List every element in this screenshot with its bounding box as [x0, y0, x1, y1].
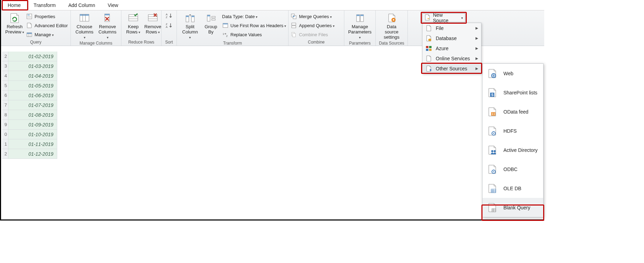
- row-number: 2: [2, 52, 8, 61]
- table-row[interactable]: 901-09-2019: [2, 120, 57, 130]
- remove-rows-icon: [147, 13, 158, 24]
- sharepoint-icon: S: [487, 88, 497, 98]
- submenu-oledb[interactable]: OLE DB: [482, 179, 543, 198]
- svg-text:1: 1: [223, 32, 224, 36]
- group-label-reduce-rows: Reduce Rows: [121, 39, 161, 46]
- svg-point-48: [393, 19, 394, 21]
- row-number: 5: [2, 81, 8, 90]
- manage-parameters-button[interactable]: Manage Parameters: [346, 12, 373, 40]
- svg-rect-61: [494, 114, 495, 115]
- table-row[interactable]: 201-02-2019: [2, 52, 57, 61]
- table-row[interactable]: 401-04-2019: [2, 71, 57, 81]
- submenu-odbc[interactable]: ODBC: [482, 160, 543, 179]
- use-first-row-button[interactable]: Use First Row as Headers: [222, 22, 286, 29]
- menu-online-services[interactable]: Online Services▶: [422, 53, 481, 63]
- tab-home[interactable]: Home: [1, 0, 27, 10]
- svg-rect-60: [492, 114, 493, 115]
- table-row[interactable]: 101-11-2019: [2, 139, 57, 149]
- submenu-web[interactable]: Web: [482, 64, 543, 83]
- cell-date: 01-06-2019: [8, 91, 57, 100]
- choose-columns-icon: [79, 13, 90, 24]
- sort-asc-button[interactable]: AZ: [166, 13, 173, 20]
- properties-button[interactable]: Properties: [26, 13, 68, 20]
- svg-point-64: [491, 150, 493, 152]
- table-row[interactable]: 501-05-2019: [2, 81, 57, 91]
- data-source-settings-button[interactable]: Data source settings: [378, 12, 405, 40]
- svg-rect-5: [27, 33, 32, 34]
- merge-queries-button[interactable]: Merge Queries: [291, 13, 335, 20]
- oledb-icon: [487, 184, 497, 193]
- svg-rect-9: [80, 14, 89, 16]
- menu-other-sources[interactable]: Other Sources▶: [422, 63, 481, 74]
- table-row[interactable]: 601-06-2019: [2, 91, 57, 100]
- new-source-button[interactable]: New Source: [422, 13, 465, 22]
- remove-rows-button[interactable]: Remove Rows: [143, 12, 163, 35]
- submenu-hdfs[interactable]: HDFS: [482, 121, 543, 140]
- menu-azure[interactable]: Azure▶: [422, 43, 481, 53]
- active-directory-icon: [487, 145, 497, 155]
- submenu-odata[interactable]: OData feed: [482, 102, 543, 121]
- cell-date: 01-11-2019: [8, 139, 57, 149]
- remove-columns-button[interactable]: Remove Columns: [96, 12, 119, 40]
- data-type-button[interactable]: Data Type: Date: [222, 13, 286, 20]
- svg-rect-50: [426, 46, 428, 48]
- other-sources-submenu: Web SSharePoint lists OData feed HDFS Ac…: [482, 63, 544, 217]
- tab-transform[interactable]: Transform: [27, 1, 62, 10]
- submenu-blank-query[interactable]: Blank Query: [482, 198, 543, 217]
- svg-point-65: [494, 150, 496, 152]
- svg-rect-13: [105, 14, 110, 15]
- group-by-icon: [205, 13, 217, 24]
- table-row[interactable]: 301-03-2019: [2, 61, 57, 71]
- table-row[interactable]: 201-12-2019: [2, 149, 57, 159]
- blank-query-icon: [487, 203, 497, 212]
- data-source-settings-icon: [386, 13, 397, 24]
- svg-rect-44: [357, 15, 360, 16]
- svg-rect-59: [494, 113, 495, 114]
- refresh-preview-button[interactable]: Refresh Preview: [3, 12, 26, 35]
- svg-rect-42: [293, 33, 295, 37]
- svg-rect-51: [429, 46, 432, 48]
- row-number: 7: [2, 100, 8, 110]
- properties-icon: [26, 13, 32, 20]
- submenu-sharepoint[interactable]: SSharePoint lists: [482, 83, 543, 102]
- append-icon: [291, 22, 297, 29]
- keep-rows-button[interactable]: Keep Rows: [123, 12, 143, 35]
- table-row[interactable]: 001-10-2019: [2, 130, 57, 139]
- advanced-editor-icon: [26, 22, 32, 29]
- table-row[interactable]: 701-07-2019: [2, 100, 57, 110]
- merge-icon: [291, 13, 297, 20]
- web-icon: [487, 69, 497, 78]
- submenu-active-directory[interactable]: Active Directory: [482, 140, 543, 160]
- svg-rect-52: [426, 49, 428, 51]
- svg-text:S: S: [491, 93, 494, 97]
- tab-add-column[interactable]: Add Column: [62, 1, 102, 10]
- keep-rows-icon: [128, 13, 139, 24]
- split-column-icon: [185, 13, 196, 24]
- combine-files-icon: [291, 31, 297, 38]
- append-queries-button[interactable]: Append Queries: [291, 22, 335, 29]
- azure-icon: [425, 45, 432, 52]
- cell-date: 01-04-2019: [8, 71, 57, 80]
- svg-rect-72: [492, 209, 496, 212]
- file-icon: [425, 25, 432, 32]
- group-by-button[interactable]: Group By: [201, 12, 221, 35]
- manage-button[interactable]: Manage: [26, 31, 68, 38]
- svg-point-63: [493, 133, 494, 134]
- menu-file[interactable]: File▶: [422, 23, 481, 33]
- row-number: 9: [2, 120, 8, 129]
- advanced-editor-button[interactable]: Advanced Editor: [26, 22, 68, 29]
- cell-date: 01-10-2019: [8, 130, 57, 139]
- split-column-button[interactable]: Split Column: [179, 12, 201, 40]
- odata-icon: [487, 107, 497, 117]
- menu-database[interactable]: Database▶: [422, 33, 481, 43]
- table-row[interactable]: 801-08-2019: [2, 110, 57, 120]
- replace-values-button[interactable]: 12 Replace Values: [222, 31, 286, 38]
- hdfs-icon: [487, 126, 497, 136]
- sort-desc-button[interactable]: ZA: [166, 22, 173, 30]
- svg-text:2: 2: [226, 34, 228, 37]
- tab-view[interactable]: View: [102, 1, 125, 10]
- choose-columns-button[interactable]: Choose Columns: [73, 12, 96, 40]
- cell-date: 01-03-2019: [8, 61, 57, 71]
- cell-date: 01-05-2019: [8, 81, 57, 90]
- odbc-icon: [487, 164, 497, 174]
